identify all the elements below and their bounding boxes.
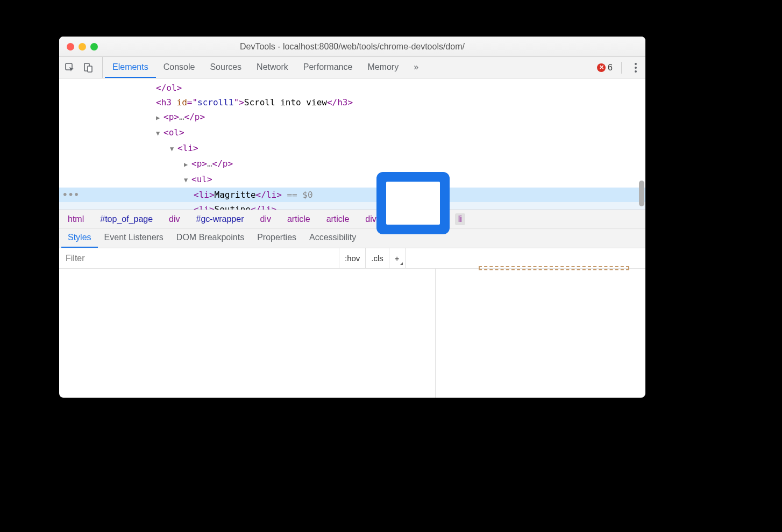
box-model-outline (479, 266, 629, 270)
tab-memory[interactable]: Memory (360, 57, 406, 78)
crumb-div[interactable]: div (257, 213, 274, 225)
collapse-toggle-icon[interactable]: ▼ (156, 126, 163, 141)
scrollbar-thumb[interactable] (639, 181, 644, 206)
error-count-badge[interactable]: ✕ 6 (597, 63, 613, 73)
error-count: 6 (608, 63, 613, 73)
computed-pane[interactable] (436, 269, 645, 398)
collapse-toggle-icon[interactable]: ▼ (170, 142, 177, 156)
collapse-toggle-icon[interactable]: ▼ (184, 173, 191, 188)
tab-sources[interactable]: Sources (202, 57, 249, 78)
device-toolbar-icon[interactable] (82, 61, 95, 74)
dom-tree[interactable]: </ol> <h3 id="scroll1">Scroll into view<… (59, 78, 645, 210)
crumb-html[interactable]: html (65, 213, 87, 225)
gutter-actions-icon[interactable]: ••• (62, 188, 80, 202)
elements-panel: </ol> <h3 id="scroll1">Scroll into view<… (59, 78, 645, 398)
tab-network[interactable]: Network (249, 57, 296, 78)
subtab-properties[interactable]: Properties (251, 228, 303, 248)
styles-rules-pane[interactable] (59, 269, 436, 398)
toggle-hover-button[interactable]: :hov (339, 248, 366, 268)
window-title: DevTools - localhost:8080/web/tools/chro… (59, 42, 645, 52)
selected-node-marker: == $0 (282, 190, 313, 200)
crumb-article[interactable]: article (323, 213, 353, 225)
devtools-window: DevTools - localhost:8080/web/tools/chro… (59, 37, 645, 398)
tab-console[interactable]: Console (156, 57, 203, 78)
inspect-element-icon[interactable] (63, 61, 76, 74)
tab-elements[interactable]: Elements (105, 57, 156, 78)
crumb-div[interactable]: div (166, 213, 183, 225)
dom-node[interactable]: </ol> (59, 81, 645, 95)
expand-toggle-icon[interactable]: ▶ (156, 111, 163, 125)
settings-menu-icon[interactable] (630, 62, 641, 73)
styles-filter-input[interactable] (59, 248, 339, 268)
minimize-window-button[interactable] (79, 43, 86, 51)
subtab-event-listeners[interactable]: Event Listeners (98, 228, 170, 248)
toggle-classes-button[interactable]: .cls (366, 248, 389, 268)
crumb-gc-wrapper[interactable]: #gc-wrapper (193, 213, 247, 225)
subtab-styles[interactable]: Styles (61, 228, 98, 248)
dom-node[interactable]: ▼<ol> (59, 125, 645, 141)
dom-node[interactable]: ▶<p>…</p> (59, 110, 645, 125)
main-toolbar: Elements Console Sources Network Perform… (59, 57, 645, 78)
expand-toggle-icon[interactable]: ▶ (184, 157, 191, 172)
dom-node[interactable]: ▼<li> (59, 141, 645, 156)
dom-node[interactable]: <li>Soutine</li> (59, 202, 645, 210)
crumb-top-of-page[interactable]: #top_of_page (97, 213, 156, 225)
panel-tabs: Elements Console Sources Network Perform… (105, 57, 591, 78)
close-window-button[interactable] (67, 43, 74, 51)
dom-node-selected[interactable]: •••<li>Magritte</li> == $0 (59, 188, 645, 202)
annotation-highlight-box (376, 172, 450, 234)
subtab-dom-breakpoints[interactable]: DOM Breakpoints (170, 228, 251, 248)
zoom-window-button[interactable] (90, 43, 98, 51)
dom-breadcrumb: html #top_of_page div #gc-wrapper div ar… (59, 210, 645, 228)
svg-rect-2 (88, 66, 92, 72)
crumb-article[interactable]: article (284, 213, 314, 225)
new-style-rule-button[interactable]: + (389, 248, 406, 268)
subtab-accessibility[interactable]: Accessibility (303, 228, 362, 248)
traffic-lights (67, 43, 98, 51)
crumb-li-current[interactable]: li (455, 213, 465, 225)
titlebar: DevTools - localhost:8080/web/tools/chro… (59, 37, 645, 57)
toolbar-divider (621, 62, 622, 74)
tab-performance[interactable]: Performance (296, 57, 360, 78)
sidebar-tabs: Styles Event Listeners DOM Breakpoints P… (59, 228, 645, 248)
tab-overflow[interactable]: » (406, 57, 426, 78)
error-icon: ✕ (597, 63, 606, 72)
dom-node[interactable]: ▶<p>…</p> (59, 156, 645, 172)
styles-body (59, 269, 645, 398)
dom-node[interactable]: ▼<ul> (59, 172, 645, 188)
dom-node[interactable]: <h3 id="scroll1">Scroll into view</h3> (59, 95, 645, 110)
